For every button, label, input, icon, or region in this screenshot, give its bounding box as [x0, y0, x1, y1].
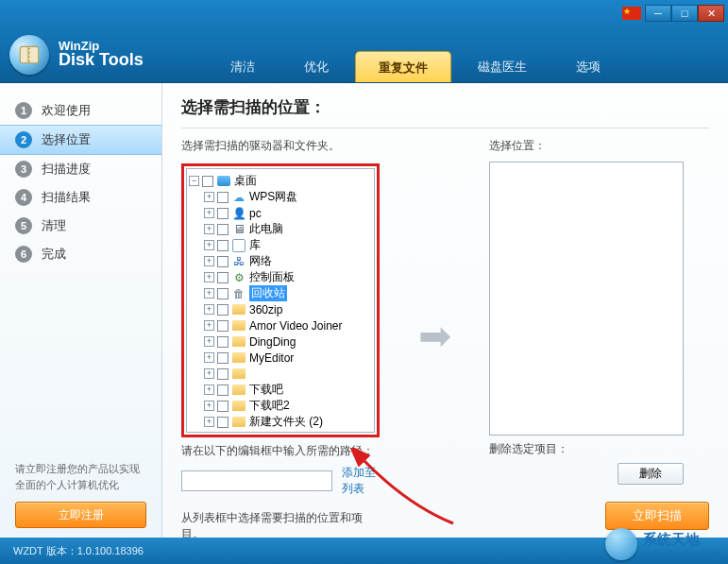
path-input[interactable]	[181, 470, 332, 491]
tab-optimize[interactable]: 优化	[281, 51, 351, 82]
expand-icon[interactable]: +	[204, 385, 214, 395]
step-scan-progress[interactable]: 3 扫描进度	[0, 155, 161, 183]
step-number: 5	[15, 217, 32, 234]
tree-node[interactable]: +下载吧	[189, 382, 372, 398]
add-to-list-button[interactable]: 添加至列表	[342, 465, 380, 497]
expand-icon[interactable]: +	[204, 192, 214, 202]
minimize-button[interactable]: ─	[645, 5, 671, 22]
checkbox[interactable]	[217, 320, 229, 332]
tree-node[interactable]: +360zip	[189, 301, 372, 317]
tree-node-desktop[interactable]: −桌面	[189, 173, 372, 189]
checkbox[interactable]	[217, 240, 229, 251]
checkbox[interactable]	[217, 401, 229, 412]
tab-clean[interactable]: 清洁	[208, 51, 278, 82]
drive-tree[interactable]: −桌面+☁WPS网盘+👤pc+🖥此电脑+库+🖧网络+⚙控制面板+🗑回收站+360…	[186, 168, 375, 433]
step-number: 6	[15, 246, 32, 263]
register-note: 请立即注册您的产品以实现全面的个人计算机优化	[0, 461, 161, 502]
tree-node[interactable]: +Amor Video Joiner	[189, 317, 372, 333]
app-logo-icon	[9, 35, 49, 75]
checkbox[interactable]	[217, 288, 229, 299]
tree-label: 新建文件夹 (2)	[249, 414, 323, 430]
maximize-button[interactable]: □	[671, 5, 698, 22]
checkbox[interactable]	[217, 224, 229, 235]
subtitle: 选择需扫描的驱动器和文件夹。	[181, 138, 380, 154]
expand-icon[interactable]: +	[204, 368, 214, 379]
checkbox[interactable]	[217, 417, 229, 428]
checkbox[interactable]	[217, 352, 229, 364]
selected-locations-list[interactable]	[489, 162, 684, 436]
status-bar: WZDT 版本： 1.0.100.18396	[0, 538, 728, 564]
remove-button[interactable]: 删除	[618, 463, 684, 485]
step-clean[interactable]: 5 清理	[0, 212, 161, 240]
checkbox[interactable]	[217, 256, 229, 267]
step-finish[interactable]: 6 完成	[0, 240, 161, 268]
tree-node[interactable]: +👤pc	[189, 205, 372, 221]
checkbox[interactable]	[217, 336, 229, 348]
scan-now-button[interactable]: 立即扫描	[605, 502, 709, 530]
brand-line2: Disk Tools	[59, 50, 144, 70]
step-number: 2	[15, 131, 32, 148]
tab-duplicate-files[interactable]: 重复文件	[355, 51, 451, 82]
step-welcome[interactable]: 1 欢迎使用	[0, 96, 161, 125]
expand-icon[interactable]: +	[204, 304, 214, 315]
checkbox[interactable]	[217, 368, 229, 380]
tree-node[interactable]: +库	[189, 237, 372, 253]
step-select-location[interactable]: 2 选择位置	[0, 125, 161, 155]
titlebar: ─ □ ✕	[0, 0, 728, 26]
expand-icon[interactable]: +	[204, 224, 214, 234]
page-title: 选择需扫描的位置：	[181, 96, 709, 128]
tree-node[interactable]: +下载吧2	[189, 398, 372, 414]
checkbox[interactable]	[217, 385, 229, 396]
transfer-arrow-icon: ➡	[412, 313, 457, 358]
close-button[interactable]: ✕	[698, 5, 724, 22]
main-tabs: 清洁 优化 重复文件 磁盘医生 选项	[208, 51, 623, 82]
tree-label: DingDing	[249, 335, 296, 349]
tree-node[interactable]: +	[189, 366, 372, 382]
expand-icon[interactable]: +	[204, 240, 214, 250]
collapse-icon[interactable]: −	[189, 176, 199, 186]
expand-icon[interactable]: +	[204, 401, 214, 411]
tree-node[interactable]: +☁WPS网盘	[189, 189, 372, 205]
tab-disk-doctor[interactable]: 磁盘医生	[455, 51, 550, 82]
register-button[interactable]: 立即注册	[15, 502, 146, 528]
tree-node[interactable]: +DingDing	[189, 333, 372, 350]
expand-icon[interactable]: +	[204, 417, 214, 427]
step-label: 清理	[42, 217, 66, 234]
step-scan-results[interactable]: 4 扫描结果	[0, 183, 161, 212]
tree-label: MyEditor	[249, 351, 294, 365]
expand-icon[interactable]: +	[204, 208, 214, 218]
expand-icon[interactable]: +	[204, 320, 214, 331]
expand-icon[interactable]: +	[204, 288, 214, 299]
checkbox[interactable]	[217, 272, 229, 283]
checkbox[interactable]	[202, 176, 213, 187]
checkbox[interactable]	[217, 192, 229, 203]
tree-label: 360zip	[249, 303, 282, 316]
expand-icon[interactable]: +	[204, 256, 214, 266]
step-number: 1	[15, 102, 32, 119]
checkbox[interactable]	[217, 304, 229, 316]
tree-label: WPS网盘	[249, 189, 297, 205]
app-brand: WinZip Disk Tools	[59, 39, 144, 70]
step-number: 4	[15, 189, 32, 206]
tree-label: Amor Video Joiner	[249, 319, 343, 333]
tree-node[interactable]: +MyEditor	[189, 350, 372, 366]
tree-label: 库	[249, 237, 261, 253]
step-label: 选择位置	[42, 131, 91, 148]
tab-options[interactable]: 选项	[553, 51, 623, 82]
tree-node[interactable]: +⚙控制面板	[189, 269, 372, 285]
expand-icon[interactable]: +	[204, 352, 214, 363]
remove-selected-label: 删除选定项目：	[489, 441, 684, 457]
tree-node[interactable]: +🖥此电脑	[189, 221, 372, 237]
wizard-steps: 1 欢迎使用 2 选择位置 3 扫描进度 4 扫描结果 5 清理 6 完成	[0, 96, 161, 461]
content-panel: 选择需扫描的位置： 选择需扫描的驱动器和文件夹。 −桌面+☁WPS网盘+👤pc+…	[162, 83, 728, 538]
checkbox[interactable]	[217, 208, 229, 219]
tree-node[interactable]: +🖧网络	[189, 253, 372, 269]
step-label: 欢迎使用	[42, 102, 91, 119]
expand-icon[interactable]: +	[204, 272, 214, 282]
expand-icon[interactable]: +	[204, 336, 214, 347]
tree-node[interactable]: +新建文件夹 (2)	[189, 414, 372, 430]
tree-label: 此电脑	[249, 221, 283, 237]
language-flag[interactable]	[622, 7, 641, 20]
tree-node[interactable]: +🗑回收站	[189, 285, 372, 301]
step-label: 扫描结果	[42, 189, 91, 206]
